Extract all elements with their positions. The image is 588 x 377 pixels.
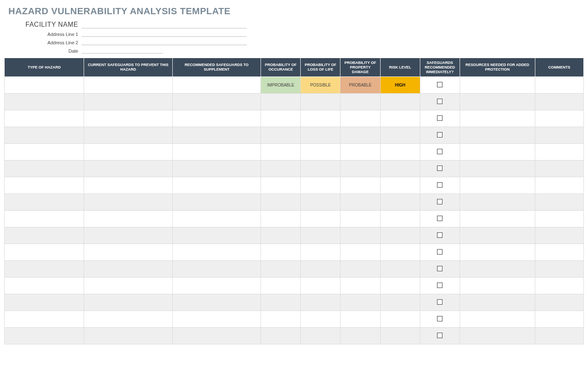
cell-risk-level[interactable] — [380, 160, 420, 177]
checkbox-icon[interactable] — [437, 299, 442, 305]
cell-prob-loss-life[interactable] — [301, 311, 340, 328]
checkbox-icon[interactable] — [437, 232, 442, 238]
cell-hazard[interactable] — [5, 77, 84, 94]
cell-comments[interactable] — [535, 110, 583, 127]
cell-comments[interactable] — [535, 328, 583, 344]
cell-comments[interactable] — [535, 77, 583, 94]
cell-prob-loss-life[interactable] — [301, 110, 340, 127]
cell-hazard[interactable] — [5, 127, 84, 144]
checkbox-icon[interactable] — [437, 266, 442, 271]
cell-resources[interactable] — [460, 328, 535, 344]
cell-recommended-safeguards[interactable] — [172, 160, 261, 177]
cell-prob-occurance[interactable] — [261, 328, 301, 344]
cell-risk-level[interactable] — [380, 244, 420, 261]
cell-prob-occurance[interactable] — [261, 311, 301, 328]
cell-risk-level[interactable] — [380, 294, 420, 311]
cell-prob-loss-life[interactable] — [301, 160, 340, 177]
cell-risk-level[interactable] — [380, 144, 420, 160]
cell-prob-loss-life[interactable] — [301, 211, 340, 227]
cell-prob-property[interactable] — [340, 244, 380, 261]
checkbox-icon[interactable] — [437, 182, 442, 188]
cell-resources[interactable] — [460, 144, 535, 160]
cell-risk-level[interactable] — [380, 194, 420, 211]
cell-hazard[interactable] — [5, 110, 84, 127]
cell-prob-loss-life[interactable] — [301, 227, 340, 244]
cell-prob-property[interactable] — [340, 211, 380, 227]
cell-resources[interactable] — [460, 77, 535, 94]
address1-input[interactable] — [82, 29, 247, 37]
cell-comments[interactable] — [535, 311, 583, 328]
cell-prob-occurance[interactable] — [261, 278, 301, 294]
cell-prob-property[interactable] — [340, 294, 380, 311]
cell-prob-occurance[interactable]: IMPROBABLE — [261, 77, 301, 94]
cell-comments[interactable] — [535, 94, 583, 110]
checkbox-icon[interactable] — [437, 199, 442, 204]
cell-hazard[interactable] — [5, 328, 84, 344]
cell-prob-occurance[interactable] — [261, 110, 301, 127]
cell-current-safeguards[interactable] — [84, 177, 172, 194]
facility-name-input[interactable] — [82, 21, 247, 28]
cell-resources[interactable] — [460, 160, 535, 177]
cell-prob-property[interactable] — [340, 311, 380, 328]
cell-recommended-safeguards[interactable] — [172, 94, 261, 110]
cell-comments[interactable] — [535, 244, 583, 261]
cell-recommended-safeguards[interactable] — [172, 261, 261, 278]
cell-current-safeguards[interactable] — [84, 77, 172, 94]
cell-hazard[interactable] — [5, 261, 84, 278]
cell-comments[interactable] — [535, 261, 583, 278]
checkbox-icon[interactable] — [437, 333, 442, 338]
cell-prob-property[interactable] — [340, 278, 380, 294]
cell-hazard[interactable] — [5, 227, 84, 244]
cell-prob-property[interactable] — [340, 94, 380, 110]
cell-current-safeguards[interactable] — [84, 278, 172, 294]
cell-risk-level[interactable] — [380, 261, 420, 278]
checkbox-icon[interactable] — [437, 82, 442, 87]
cell-prob-loss-life[interactable] — [301, 261, 340, 278]
cell-recommended-safeguards[interactable] — [172, 328, 261, 344]
cell-comments[interactable] — [535, 227, 583, 244]
cell-prob-property[interactable] — [340, 160, 380, 177]
cell-risk-level[interactable] — [380, 94, 420, 110]
cell-risk-level[interactable] — [380, 110, 420, 127]
cell-prob-property[interactable] — [340, 110, 380, 127]
cell-prob-loss-life[interactable] — [301, 244, 340, 261]
cell-prob-occurance[interactable] — [261, 261, 301, 278]
cell-prob-occurance[interactable] — [261, 194, 301, 211]
cell-risk-level[interactable] — [380, 227, 420, 244]
cell-recommended-safeguards[interactable] — [172, 211, 261, 227]
cell-resources[interactable] — [460, 294, 535, 311]
cell-prob-occurance[interactable] — [261, 94, 301, 110]
cell-prob-property[interactable] — [340, 127, 380, 144]
cell-current-safeguards[interactable] — [84, 328, 172, 344]
cell-comments[interactable] — [535, 194, 583, 211]
cell-prob-property[interactable] — [340, 328, 380, 344]
cell-hazard[interactable] — [5, 177, 84, 194]
cell-recommended-safeguards[interactable] — [172, 177, 261, 194]
cell-prob-loss-life[interactable] — [301, 294, 340, 311]
cell-hazard[interactable] — [5, 94, 84, 110]
cell-prob-loss-life[interactable]: POSSIBLE — [301, 77, 340, 94]
cell-prob-loss-life[interactable] — [301, 194, 340, 211]
cell-prob-occurance[interactable] — [261, 244, 301, 261]
cell-current-safeguards[interactable] — [84, 160, 172, 177]
checkbox-icon[interactable] — [437, 166, 442, 171]
cell-prob-property[interactable]: PROBABLE — [340, 77, 380, 94]
cell-prob-property[interactable] — [340, 144, 380, 160]
cell-risk-level[interactable] — [380, 328, 420, 344]
cell-prob-property[interactable] — [340, 261, 380, 278]
cell-resources[interactable] — [460, 311, 535, 328]
cell-hazard[interactable] — [5, 211, 84, 227]
cell-current-safeguards[interactable] — [84, 311, 172, 328]
cell-current-safeguards[interactable] — [84, 261, 172, 278]
cell-prob-occurance[interactable] — [261, 160, 301, 177]
cell-recommended-safeguards[interactable] — [172, 244, 261, 261]
cell-prob-occurance[interactable] — [261, 144, 301, 160]
checkbox-icon[interactable] — [437, 316, 442, 321]
cell-comments[interactable] — [535, 177, 583, 194]
cell-current-safeguards[interactable] — [84, 194, 172, 211]
cell-comments[interactable] — [535, 278, 583, 294]
cell-resources[interactable] — [460, 244, 535, 261]
cell-recommended-safeguards[interactable] — [172, 110, 261, 127]
cell-hazard[interactable] — [5, 294, 84, 311]
address2-input[interactable] — [82, 38, 247, 45]
